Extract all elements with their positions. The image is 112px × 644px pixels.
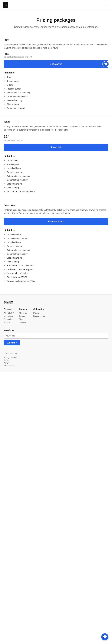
check-icon: ✓ [4,280,5,282]
highlight-text: Comment functionality [7,95,28,98]
highlight-text: Flow sharing [7,260,19,263]
plan-name: Team [4,120,108,123]
price-sublabel: Per user, billed monthly [4,139,108,142]
footer-column: ProductWhy ShiftX?Use casesChangelogSupp… [4,308,14,324]
highlight-item: ✓ Comment functionality [4,253,108,255]
highlight-text: 8 hour support response time [7,264,34,267]
footer-link[interactable]: Use cases [4,315,14,317]
highlights-list: ✓ 1 user ✓ 1 workspace ✓ 5 flows ✓ Proce… [4,76,108,109]
footer-column: CompanyAbout usCareersBlogContact [19,308,29,324]
cta-button[interactable]: Free trial [4,144,108,151]
highlight-text: Dedicated customer support [7,268,33,271]
highlight-text: Unlimited workspaces [7,237,27,240]
highlight-text: Process owners [7,171,22,174]
footer-link[interactable]: Changelog [4,318,14,320]
newsletter-section: Newsletter Subscribe [4,329,108,346]
page-title: Pricing packages [6,18,106,23]
check-icon: ✓ [4,107,5,109]
check-icon: ✓ [4,76,5,78]
highlight-text: 1 workspace [7,163,19,166]
footer-link[interactable]: Careers [19,315,29,317]
highlight-item: ✓ Process owner [4,88,108,90]
check-icon: ✓ [4,99,5,102]
highlight-item: ✓ From 1 user [4,160,108,162]
highlight-item: ✓ Version handling [4,257,108,259]
footer: ShiftX ProductWhy ShiftX?Use casesChange… [0,294,112,372]
cta-button[interactable]: Contact sales [4,218,108,225]
footer-link[interactable]: Book a demo [33,315,45,317]
check-icon: ✓ [4,186,5,189]
footer-bottom-link[interactable]: Terms [4,359,108,361]
check-icon: ✓ [4,253,5,255]
highlight-text: Version handling [7,99,22,102]
cta-button[interactable]: Get started [4,60,108,68]
plans-container: Free Play around with ShiftX on your own… [0,34,112,288]
highlight-text: 5 flows [7,84,14,86]
check-icon: ✓ [4,175,5,177]
inline-chat-button[interactable]: 💬 [102,61,109,67]
check-icon: ✓ [4,171,5,174]
highlights-list: ✓ Unlimited users ✓ Unlimited workspaces… [4,234,108,282]
plan-enterprise: Enterprise For large-scale businesses an… [0,199,112,288]
check-icon: ✓ [4,234,5,236]
cta-wrapper: Get started 💬 [4,60,108,68]
footer-link[interactable]: Pricing [33,312,45,314]
highlights-list: ✓ From 1 user ✓ 1 workspace ✓ Unlimited … [4,160,108,193]
highlight-item: ✓ Unlimited users [4,234,108,236]
footer-bottom-link[interactable]: Manage cookies [4,356,108,359]
check-icon: ✓ [4,249,5,251]
highlight-item: ✓ 1 user [4,76,108,78]
highlight-text: Unlimited users [7,234,21,236]
check-icon: ✓ [4,95,5,98]
plan-description: For organizations that need a single sou… [4,125,108,132]
check-icon: ✓ [4,268,5,271]
highlight-item: ✓ 8 hour support response time [4,264,108,267]
plan-free: Free Play around with ShiftX on your own… [0,34,112,116]
footer-link[interactable]: Support [4,321,14,324]
hero-section: Pricing packages Something for everyone,… [0,10,112,34]
highlight-text: From 1 user [7,160,18,162]
footer-bottom-links: Manage cookiesTermsPrivacySystem status [4,356,108,367]
footer-link[interactable]: About us [19,312,29,314]
highlight-text: Flow sharing [7,103,19,106]
subscribe-button[interactable]: Subscribe [4,340,20,346]
highlight-item: ✓ Unlimited workspaces [4,237,108,240]
footer-link[interactable]: Why ShiftX? [4,312,14,314]
logo[interactable]: S [3,2,8,8]
footer-bottom-link[interactable]: Privacy [4,362,108,364]
check-icon: ✓ [4,84,5,86]
menu-icon[interactable]: ☰ [106,3,109,7]
newsletter-input[interactable] [4,333,108,338]
highlight-text: Process owners [7,245,22,248]
price-label: €24 [4,134,108,139]
check-icon: ✓ [4,237,5,240]
highlight-item: ✓ Actor and issue mapping [4,175,108,177]
check-icon: ✓ [4,103,5,106]
copyright-text: © 2022 ShiftX AS [4,353,108,355]
highlight-item: ✓ Flow sharing [4,186,108,189]
highlight-item: ✓ Process owners [4,245,108,248]
highlight-text: Comment functionality [7,253,28,255]
footer-link[interactable]: Blog [19,318,29,320]
highlight-text: Data location of choice [7,272,28,274]
price-sublabel: No credit card needed, no time-limit [4,56,108,58]
highlight-text: Unlimited flows [7,167,21,170]
highlight-text: 48 hour support response time [7,190,35,193]
footer-col-heading: Company [19,308,29,310]
footer-link[interactable]: Contact [19,321,29,324]
highlight-text: 1 user [7,76,13,78]
cta-wrapper: Free trial [4,144,108,151]
check-icon: ✓ [4,276,5,278]
highlight-item: ✓ Dedicated customer support [4,268,108,271]
logo-text: S [5,4,7,7]
header: S ☰ [0,0,112,10]
footer-col-heading: Get started [33,308,45,310]
highlight-text: Version handling [7,182,22,185]
highlight-item: ✓ Single Sign-on (SSO) [4,276,108,278]
footer-bottom-link[interactable]: System status [4,364,108,367]
highlight-text: Flow sharing [7,186,19,189]
highlight-item: ✓ 1 workspace [4,163,108,166]
plan-description: Play around with ShiftX on your own, no … [4,43,108,50]
check-icon: ✓ [4,272,5,274]
footer-columns: ProductWhy ShiftX?Use casesChangelogSupp… [4,308,108,324]
